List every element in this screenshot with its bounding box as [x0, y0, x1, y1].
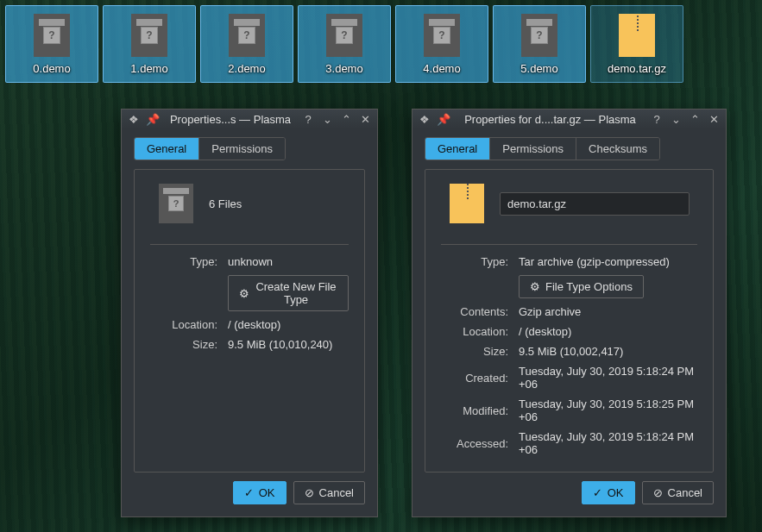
unknown-file-icon [131, 14, 167, 57]
file-label: 5.demo [520, 62, 557, 75]
tab-checksums[interactable]: Checksums [576, 138, 659, 160]
unknown-file-icon [159, 184, 193, 223]
desktop-file-1[interactable]: 1.demo [103, 5, 196, 83]
desktop-file-0[interactable]: 0.demo [5, 5, 98, 83]
close-icon[interactable]: ✕ [707, 112, 721, 126]
value-created: Tuesday, July 30, 2019 5:18:24 PM +06 [519, 365, 697, 391]
archive-icon [450, 184, 484, 223]
value-modified: Tuesday, July 30, 2019 5:18:25 PM +06 [519, 397, 697, 423]
maximize-icon[interactable]: ⌃ [339, 112, 353, 126]
button-label: Cancel [319, 486, 354, 499]
dialog-buttons: ✓ OK ⊘ Cancel [134, 473, 365, 504]
app-menu-icon[interactable]: ❖ [127, 112, 141, 126]
pin-icon[interactable]: 📌 [437, 112, 450, 126]
button-label: OK [259, 486, 275, 499]
value-type: unknown [228, 255, 273, 268]
general-panel: 6 Files Type: unknown ⚙ Create New File … [134, 169, 365, 473]
properties-dialog-multi: ❖ 📌 Properties...s — Plasma ? ⌄ ⌃ ✕ Gene… [121, 109, 378, 517]
label-location: Location: [441, 325, 508, 338]
help-icon[interactable]: ? [650, 112, 664, 126]
label-type: Type: [441, 255, 508, 268]
label-location: Location: [150, 318, 217, 331]
dialog-content: General Permissions 6 Files Type: unknow… [122, 128, 377, 516]
cancel-button[interactable]: ⊘ Cancel [642, 481, 714, 504]
label-accessed: Accessed: [441, 437, 508, 450]
titlebar[interactable]: ❖ 📌 Properties...s — Plasma ? ⌄ ⌃ ✕ [122, 110, 377, 128]
minimize-icon[interactable]: ⌄ [320, 112, 334, 126]
unknown-file-icon [521, 14, 557, 57]
separator [150, 244, 349, 245]
unknown-file-icon [34, 14, 70, 57]
value-contents: Gzip archive [519, 305, 581, 318]
button-label: File Type Options [545, 280, 633, 293]
cancel-button[interactable]: ⊘ Cancel [293, 481, 365, 504]
tab-bar: General Permissions [134, 137, 286, 160]
create-file-type-button[interactable]: ⚙ Create New File Type [228, 275, 349, 311]
label-size: Size: [441, 345, 508, 358]
check-icon: ✓ [593, 486, 602, 499]
tab-permissions[interactable]: Permissions [490, 138, 576, 160]
properties-dialog-tar: ❖ 📌 Properties for d....tar.gz — Plasma … [412, 109, 727, 517]
check-icon: ✓ [244, 486, 254, 499]
label-size: Size: [150, 338, 217, 351]
file-type-options-button[interactable]: ⚙ File Type Options [519, 275, 644, 298]
minimize-icon[interactable]: ⌄ [669, 112, 683, 126]
help-icon[interactable]: ? [301, 112, 315, 126]
dialog-buttons: ✓ OK ⊘ Cancel [425, 473, 714, 504]
desktop: 0.demo 1.demo 2.demo 3.demo 4.demo 5.dem… [0, 0, 762, 83]
close-icon[interactable]: ✕ [358, 112, 372, 126]
titlebar[interactable]: ❖ 📌 Properties for d....tar.gz — Plasma … [412, 110, 726, 128]
unknown-file-icon [424, 14, 460, 57]
settings-icon: ⚙ [530, 280, 540, 293]
desktop-file-4[interactable]: 4.demo [395, 5, 488, 83]
unknown-file-icon [326, 14, 362, 57]
tab-general[interactable]: General [425, 138, 490, 160]
button-label: Create New File Type [255, 280, 337, 306]
pin-icon[interactable]: 📌 [146, 112, 160, 126]
desktop-file-2[interactable]: 2.demo [200, 5, 293, 83]
app-menu-icon[interactable]: ❖ [418, 112, 431, 126]
tab-general[interactable]: General [135, 138, 199, 160]
general-panel: Type: Tar archive (gzip-compressed) ⚙ Fi… [425, 169, 714, 473]
label-contents: Contents: [441, 305, 508, 318]
cancel-icon: ⊘ [305, 486, 314, 499]
value-location: / (desktop) [519, 325, 571, 338]
label-modified: Modified: [441, 404, 508, 417]
value-accessed: Tuesday, July 30, 2019 5:18:24 PM +06 [519, 430, 697, 456]
separator [441, 244, 697, 245]
tab-bar: General Permissions Checksums [425, 137, 660, 160]
ok-button[interactable]: ✓ OK [582, 481, 635, 504]
file-label: 1.demo [130, 62, 167, 75]
file-label: 0.demo [33, 62, 70, 75]
value-size: 9.5 MiB (10,002,417) [519, 345, 623, 358]
window-title: Properties...s — Plasma [165, 113, 296, 126]
file-count: 6 Files [209, 197, 242, 210]
desktop-file-5[interactable]: 5.demo [493, 5, 586, 83]
maximize-icon[interactable]: ⌃ [688, 112, 702, 126]
settings-icon: ⚙ [239, 287, 249, 300]
value-type: Tar archive (gzip-compressed) [519, 255, 670, 268]
button-label: OK [608, 486, 624, 499]
window-title: Properties for d....tar.gz — Plasma [456, 113, 645, 126]
value-size: 9.5 MiB (10,010,240) [228, 338, 332, 351]
dialog-content: General Permissions Checksums Type: Tar … [412, 128, 726, 516]
file-label: 2.demo [228, 62, 265, 75]
archive-icon [619, 14, 655, 57]
desktop-file-tar[interactable]: demo.tar.gz [590, 5, 683, 83]
desktop-file-3[interactable]: 3.demo [298, 5, 391, 83]
tab-permissions[interactable]: Permissions [199, 138, 285, 160]
file-label: demo.tar.gz [608, 62, 666, 75]
unknown-file-icon [229, 14, 265, 57]
label-created: Created: [441, 372, 508, 385]
filename-input[interactable] [500, 192, 690, 216]
cancel-icon: ⊘ [653, 486, 663, 499]
file-label: 3.demo [325, 62, 362, 75]
button-label: Cancel [668, 486, 702, 499]
file-label: 4.demo [423, 62, 460, 75]
label-type: Type: [150, 255, 217, 268]
ok-button[interactable]: ✓ OK [233, 481, 287, 504]
value-location: / (desktop) [228, 318, 280, 331]
